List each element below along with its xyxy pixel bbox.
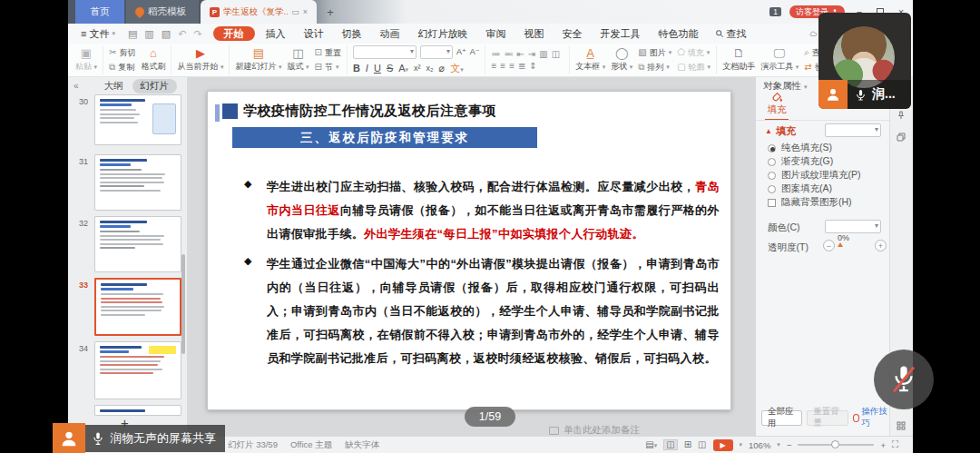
slide-33[interactable]: 学校疫情防控工作情况及返校后注意事项 三、返校后防疫和管理要求 ◆ 学生进出校门…	[207, 91, 731, 410]
redo-icon[interactable]: ↷	[193, 29, 201, 39]
transparency-minus-button[interactable]: −	[823, 240, 835, 251]
align-center-icon[interactable]: ≡	[500, 61, 509, 71]
copy-button[interactable]: ⧉复制	[109, 62, 135, 74]
pattern-fill-option[interactable]: 图案填充(A)	[768, 182, 832, 195]
arrange-button[interactable]: ⧉排列▾	[638, 62, 671, 74]
zoom-out-button[interactable]: −	[787, 440, 792, 450]
thumbnail-scrollbar[interactable]	[181, 254, 185, 354]
tips-link[interactable]: 操作技巧	[853, 406, 889, 429]
indent-increase-icon[interactable]: ⇥	[528, 49, 539, 59]
bullet-list-icon[interactable]: ≔	[491, 49, 504, 59]
notes-placeholder[interactable]: 单击此处添加备注	[549, 424, 640, 437]
fill-preset-dropdown[interactable]: ▾	[825, 123, 881, 137]
slide-section-banner[interactable]: 三、返校后防疫和管理要求	[232, 127, 537, 148]
reading-view-icon[interactable]: ◫	[698, 440, 706, 449]
subscript-button[interactable]: x₂	[426, 64, 434, 73]
tab-active-document[interactable]: P 学生返校《复学...0621更新版 ▭ ×	[201, 0, 317, 24]
menu-special-features[interactable]: 特色功能	[650, 27, 708, 41]
slide-thumbnail-31[interactable]	[94, 154, 181, 211]
layout-button[interactable]: ◫ 版式 ▾	[287, 47, 309, 73]
present-mode-icon[interactable]: ▭	[291, 8, 299, 16]
screen-share-overlay[interactable]: 润物无声的屏幕共享	[53, 423, 225, 453]
columns-icon[interactable]: ◫	[552, 49, 564, 59]
superscript-button[interactable]: x²	[414, 64, 421, 73]
hide-background-option[interactable]: 隐藏背景图形(H)	[768, 196, 852, 209]
fill-tab[interactable]: 填充	[765, 92, 789, 121]
menu-transition[interactable]: 切换	[333, 27, 371, 41]
font-color-button[interactable]: A▾	[398, 63, 408, 74]
menu-review[interactable]: 审阅	[477, 27, 515, 41]
notes-toggle-icon[interactable]: ▤▾	[645, 440, 657, 449]
fill-section-header[interactable]: ▲ 填充	[765, 124, 796, 138]
line-spacing-icon[interactable]: ⇕	[529, 61, 540, 71]
menu-animation[interactable]: 动画	[371, 27, 409, 41]
section-button[interactable]: ⊟节▾	[315, 62, 341, 74]
close-tab-icon[interactable]: ×	[303, 8, 308, 16]
undo-icon[interactable]: ↶	[178, 29, 186, 39]
slide-thumbnail-30[interactable]	[94, 94, 181, 145]
menu-insert[interactable]: 插入	[257, 27, 295, 41]
text-effects-button[interactable]: 文▾	[450, 62, 464, 75]
tab-home[interactable]: 首页	[75, 0, 124, 24]
app-grid-icon[interactable]	[896, 419, 906, 435]
menu-security[interactable]: 安全	[554, 27, 592, 41]
menu-design[interactable]: 设计	[295, 27, 333, 41]
gradient-fill-option[interactable]: 渐变填充(G)	[768, 155, 833, 168]
webcam-overlay[interactable]: 润...	[818, 13, 911, 109]
font-size-select[interactable]: ▾	[420, 45, 453, 59]
present-tools-button[interactable]: 🖵 演示工具 ▾	[760, 47, 799, 73]
missing-fonts-status[interactable]: 缺失字体	[345, 439, 379, 451]
zoom-slider-knob[interactable]	[831, 440, 839, 448]
collapse-panel-icon[interactable]: «	[74, 81, 79, 91]
outline-button[interactable]: ▢轮廓▾	[677, 62, 710, 74]
slide-thumbnail-34[interactable]	[94, 341, 181, 399]
italic-button[interactable]: I	[366, 63, 368, 74]
picture-button[interactable]: ▧图片▾	[638, 47, 671, 59]
zoom-slider[interactable]	[798, 444, 874, 446]
align-left-icon[interactable]: ≡	[491, 61, 500, 71]
doc-assistant-button[interactable]: 🗋 文档助手	[722, 47, 755, 73]
bold-button[interactable]: B	[353, 63, 360, 74]
underline-button[interactable]: U	[374, 63, 381, 74]
font-family-select[interactable]: ▾	[353, 45, 416, 59]
zoom-level[interactable]: 106%	[749, 440, 770, 450]
menu-find[interactable]: 查找	[708, 27, 754, 41]
zoom-in-button[interactable]: +	[880, 440, 886, 450]
notification-badge[interactable]: 1	[769, 7, 781, 17]
slide-thumbnail-33-selected[interactable]	[94, 278, 181, 336]
preview-icon[interactable]: ▧	[162, 29, 171, 39]
number-list-icon[interactable]: ≕	[504, 49, 516, 59]
slide-thumbnail-partial[interactable]	[94, 405, 181, 416]
menu-start[interactable]: 开始	[213, 26, 255, 41]
menu-slideshow[interactable]: 幻灯片放映	[409, 27, 477, 41]
shapes-button[interactable]: ◯ 形状 ▾	[611, 47, 632, 73]
slide-body-text[interactable]: ◆ 学生进出校门应主动扫描、核验入校码，配合进行体温检测。应尽量减少出校，青岛市…	[244, 175, 720, 377]
slide-thumbnail-32[interactable]	[94, 216, 181, 272]
reset-button[interactable]: ⊡重置	[315, 47, 341, 59]
menu-devtools[interactable]: 开发工具	[592, 27, 650, 41]
play-from-current-button[interactable]: ▶ 从当前开始 ▾	[177, 47, 223, 73]
text-direction-icon[interactable]: ▥	[539, 49, 551, 59]
transparency-plus-button[interactable]: +	[875, 240, 887, 251]
decrease-font-button[interactable]: A⁻	[470, 45, 480, 59]
file-menu[interactable]: ≡ 文件 ▾	[81, 27, 115, 41]
pin-panel-icon[interactable]	[896, 108, 906, 124]
menu-view[interactable]: 视图	[515, 27, 554, 41]
slide-sorter-icon[interactable]: ⊞	[684, 440, 691, 449]
new-slide-button[interactable]: ▤ 新建幻灯片 ▾	[235, 47, 281, 73]
textbox-button[interactable]: A̲ 文本框 ▾	[575, 47, 605, 73]
mic-muted-overlay[interactable]	[874, 350, 934, 409]
cut-button[interactable]: ✂剪切	[109, 47, 135, 59]
paste-button[interactable]: ▣ 粘贴 ▾	[75, 47, 97, 73]
slideshow-play-button[interactable]: ▶	[713, 439, 733, 451]
align-right-icon[interactable]: ≡	[509, 61, 518, 71]
layers-panel-icon[interactable]	[896, 130, 906, 146]
strikethrough-button[interactable]: S	[387, 63, 393, 74]
tab-outline[interactable]: 大纲	[104, 80, 123, 93]
increase-font-button[interactable]: A⁺	[456, 45, 466, 59]
fill-button[interactable]: ⬠填充▾	[677, 47, 710, 59]
save-icon[interactable]: ▤	[128, 29, 137, 39]
new-tab-button[interactable]: +	[322, 4, 338, 20]
justify-icon[interactable]: ≣	[518, 61, 529, 71]
print-icon[interactable]: ▥	[144, 29, 153, 39]
